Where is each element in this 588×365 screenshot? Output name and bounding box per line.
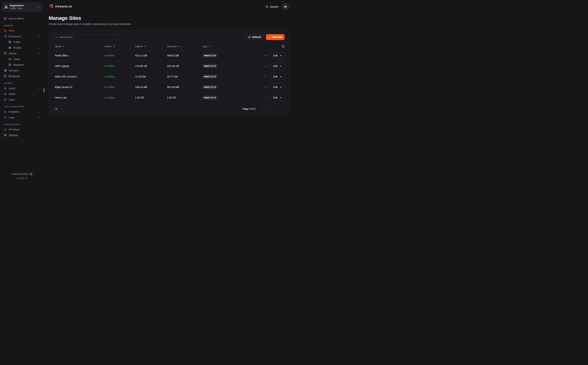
sidebar-item-label: Sites — [9, 29, 14, 32]
refresh-button[interactable]: Refresh — [246, 34, 264, 40]
org-switcher-value: ACME Corp. — [10, 7, 24, 10]
sidebar-resize-handle[interactable] — [44, 88, 44, 92]
data-out-value: 349.62 DB — [167, 54, 202, 57]
next-page-button[interactable] — [273, 106, 278, 111]
sidebar-item-client-users[interactable]: Users — [6, 56, 42, 62]
page-subtitle: Create and manage sites to enable connec… — [49, 23, 289, 26]
row-menu-button[interactable] — [264, 65, 267, 68]
sidebar-item-settings[interactable]: Settings — [2, 132, 42, 138]
chevron-down-icon — [60, 108, 62, 110]
sidebar-item-sites[interactable]: Sites — [2, 28, 42, 34]
sidebar-item-analytics[interactable]: Analytics — [2, 109, 42, 114]
edit-button[interactable]: Edit — [271, 52, 285, 59]
sidebar-item-links[interactable]: Links — [2, 97, 42, 102]
status-badge: Online — [105, 86, 135, 89]
arrow-right-icon — [279, 54, 282, 57]
chevrons-up-down-icon — [37, 6, 40, 8]
last-page-button[interactable] — [280, 106, 285, 111]
column-header-online[interactable]: Online — [105, 45, 135, 48]
row-menu-button[interactable] — [264, 75, 267, 78]
chevron-up-icon — [38, 35, 40, 37]
section-label-general: GENERAL — [4, 24, 40, 27]
sidebar-item-label: Analytics — [9, 110, 19, 113]
data-out-value: 1.53 TB — [167, 96, 202, 99]
organization-switcher[interactable]: Organization ACME Corp. — [2, 3, 42, 12]
site-name: AWS VPC us-east-1 — [53, 75, 105, 78]
theme-toggle[interactable]: System — [266, 5, 279, 8]
globe-icon — [4, 69, 7, 72]
brand-wordmark: PANGOLIN — [55, 5, 72, 8]
server-icon — [4, 17, 7, 20]
columns-toggle-button[interactable] — [282, 45, 285, 48]
column-header-data-in[interactable]: Data In — [135, 45, 167, 48]
sidebar-item-label: Links — [9, 98, 15, 101]
row-menu-button[interactable] — [264, 54, 267, 57]
arrow-right-icon — [279, 65, 282, 67]
sidebar-item-public[interactable]: Public — [6, 39, 42, 45]
prev-page-button[interactable] — [267, 106, 272, 111]
sidebar-item-clients[interactable]: Clients — [2, 50, 42, 56]
column-header-type[interactable]: Type — [202, 45, 248, 48]
edit-button[interactable]: Edit — [271, 94, 285, 101]
sidebar-item-api-keys[interactable]: API Keys — [2, 126, 42, 132]
chart-line-icon — [4, 110, 7, 113]
page-size-select[interactable]: 20 — [53, 106, 64, 112]
receipt-icon — [4, 75, 7, 78]
column-header-data-out[interactable]: Data Out — [167, 45, 202, 48]
ellipsis-icon — [264, 75, 267, 78]
first-page-button[interactable] — [260, 106, 265, 111]
resources-icon — [4, 35, 7, 38]
topbar: PANGOLIN System M — [49, 0, 289, 13]
arrow-right-icon — [279, 75, 282, 78]
chevron-down-icon — [38, 87, 40, 89]
search-input[interactable] — [59, 36, 117, 38]
sidebar-item-label: Roles — [9, 92, 15, 95]
type-badge: Newt v1.7.0 — [202, 96, 218, 100]
column-header-name[interactable]: Name — [53, 45, 105, 48]
list-icon — [4, 116, 7, 119]
sidebar-item-machines[interactable]: Machines — [6, 62, 42, 68]
sidebar-item-domains[interactable]: Domains — [2, 68, 42, 73]
link-icon — [4, 98, 7, 101]
sidebar-item-label: Blueprints — [9, 75, 20, 78]
sidebar-item-users[interactable]: Users — [2, 85, 42, 91]
clients-children: Users Machines — [5, 56, 42, 68]
brand: PANGOLIN — [49, 4, 72, 9]
external-link-icon[interactable] — [25, 177, 27, 179]
edit-button[interactable]: Edit — [271, 84, 285, 90]
chevron-down-icon — [38, 116, 40, 119]
type-badge: Newt v1.7.0 — [202, 64, 218, 68]
sidebar-item-resources[interactable]: Resources — [2, 34, 42, 39]
status-badge: Online — [105, 54, 135, 57]
section-label-access: ACCESS — [4, 82, 40, 84]
main-content: PANGOLIN System M Manage Sites Create an… — [44, 0, 294, 182]
section-label-logs-analytics: LOGS & ANALYTICS — [4, 105, 40, 108]
arrow-right-icon — [279, 86, 282, 89]
sidebar-item-server-admin[interactable]: Server Admin — [2, 16, 42, 21]
ellipsis-icon — [264, 65, 267, 68]
data-in-value: 144.24 MB — [135, 86, 167, 89]
data-in-value: 13.10 GB — [135, 75, 167, 78]
sidebar-item-label: Public — [13, 41, 20, 43]
edit-button[interactable]: Edit — [271, 73, 285, 80]
sort-icon — [63, 45, 65, 48]
sidebar-item-blueprints[interactable]: Blueprints — [2, 73, 42, 79]
site-name: Jeff's Laptop — [53, 65, 105, 67]
row-menu-button[interactable] — [264, 86, 267, 89]
sort-icon — [178, 45, 180, 48]
sidebar-item-private[interactable]: Private — [6, 45, 42, 50]
row-menu-button[interactable] — [264, 96, 267, 99]
app-root: Organization ACME Corp. Server Admin GEN… — [0, 0, 294, 182]
status-badge: Online — [105, 65, 135, 67]
sidebar-item-logs[interactable]: Logs — [2, 114, 42, 120]
add-site-button[interactable]: Add Site — [266, 34, 285, 40]
avatar[interactable]: M — [282, 3, 289, 10]
sidebar-item-roles[interactable]: Roles — [2, 91, 42, 97]
arrow-right-icon — [279, 96, 282, 99]
chevron-left-icon — [268, 108, 271, 110]
moon-icon — [266, 5, 268, 8]
chevrons-right-icon — [281, 108, 283, 110]
sidebar-item-label: Machines — [13, 63, 24, 66]
edit-button[interactable]: Edit — [271, 63, 285, 69]
github-icon[interactable] — [30, 173, 32, 175]
